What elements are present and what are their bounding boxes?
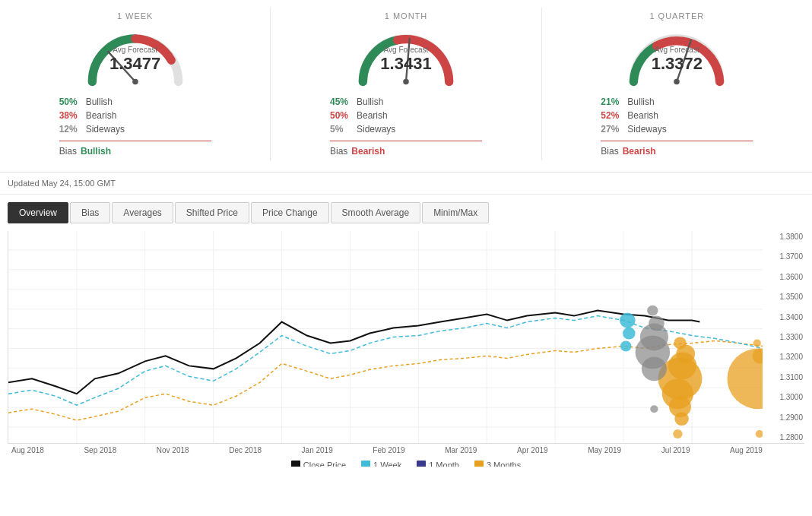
update-bar: Updated May 24, 15:00 GMT (0, 173, 812, 195)
tab-smooth-average[interactable]: Smooth Average (331, 202, 421, 223)
panel-1-quarter: 1 QUARTER Avg Forecast 1.3372 21% Bullis… (542, 8, 812, 160)
forecast-panels: 1 WEEK Avg Forecast 1.3477 50% Bullis (0, 0, 812, 173)
chart-legend: Close Price 1 Week 1 Month 3 Months (8, 457, 804, 467)
svg-point-37 (756, 430, 763, 438)
svg-point-46 (650, 405, 658, 413)
legend-3-months: 3 Months (474, 461, 521, 467)
svg-point-41 (647, 305, 658, 316)
period-label-quarter: 1 QUARTER (649, 11, 704, 21)
chart-svg-area (8, 231, 763, 443)
legend-1-week: 1 Week (361, 461, 401, 467)
legend-1-month: 1 Month (417, 461, 459, 467)
stats-week: 50% Bullish 38% Bearish 12% Sideways Bia… (59, 95, 211, 157)
x-axis: Aug 2018 Sep 2018 Nov 2018 Dec 2018 Jan … (8, 444, 804, 457)
svg-point-5 (674, 79, 680, 85)
svg-point-40 (620, 340, 631, 351)
gauge-text-quarter: Avg Forecast 1.3372 (616, 46, 737, 74)
gauge-text-week: Avg Forecast 1.3477 (75, 46, 196, 74)
stats-quarter: 21% Bullish 52% Bearish 27% Sideways Bia… (601, 95, 753, 157)
chart-area: 1.3800 1.3700 1.3600 1.3500 1.3400 1.330… (0, 223, 812, 467)
update-text: Updated May 24, 15:00 GMT (8, 179, 116, 188)
panel-1-week: 1 WEEK Avg Forecast 1.3477 50% Bullis (0, 8, 271, 160)
bias-month: Bias Bearish (330, 146, 482, 157)
y-axis: 1.3800 1.3700 1.3600 1.3500 1.3400 1.330… (763, 231, 804, 443)
legend-close-price: Close Price (291, 461, 346, 467)
bias-quarter: Bias Bearish (601, 146, 753, 157)
tab-shifted-price[interactable]: Shifted Price (175, 202, 249, 223)
tab-bias[interactable]: Bias (70, 202, 110, 223)
chart-wrapper: 1.3800 1.3700 1.3600 1.3500 1.3400 1.330… (8, 231, 804, 444)
svg-point-36 (753, 339, 761, 347)
tab-price-change[interactable]: Price Change (251, 202, 329, 223)
tab-averages[interactable]: Averages (112, 202, 173, 223)
svg-point-38 (620, 313, 636, 328)
svg-point-3 (403, 79, 409, 85)
gauge-text-month: Avg Forecast 1.3431 (345, 46, 467, 74)
tab-bar: Overview Bias Averages Shifted Price Pri… (0, 195, 812, 223)
svg-point-39 (623, 328, 636, 340)
period-label-week: 1 WEEK (117, 11, 154, 21)
tab-overview[interactable]: Overview (8, 202, 68, 223)
gauge-quarter: Avg Forecast 1.3372 (616, 24, 737, 89)
svg-point-33 (673, 429, 682, 438)
svg-point-32 (674, 412, 689, 426)
gauge-week: Avg Forecast 1.3477 (75, 24, 196, 89)
svg-point-1 (132, 79, 138, 85)
svg-point-45 (642, 356, 667, 381)
panel-1-month: 1 MONTH Avg Forecast 1.3431 45% Bullish (271, 8, 541, 160)
period-label-month: 1 MONTH (385, 11, 428, 21)
tab-minim-max[interactable]: Minim/Max (422, 202, 489, 223)
stats-month: 45% Bullish 50% Bearish 5% Sideways Bias… (330, 95, 482, 157)
bias-week: Bias Bullish (59, 146, 211, 157)
gauge-month: Avg Forecast 1.3431 (345, 24, 467, 89)
